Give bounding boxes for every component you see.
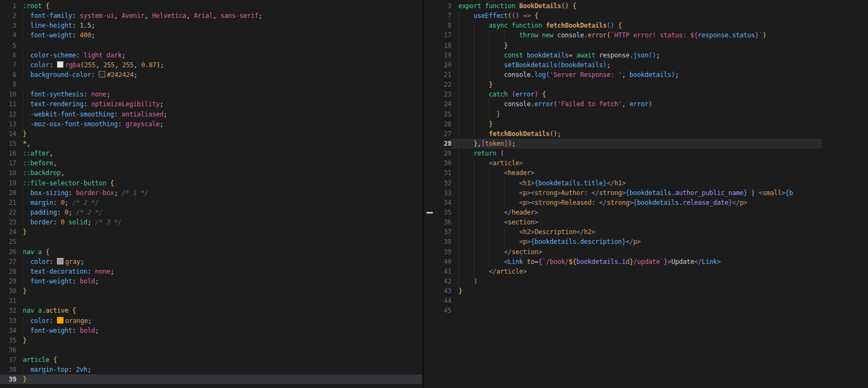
line-number[interactable]: 17 xyxy=(424,30,451,40)
color-swatch[interactable] xyxy=(57,317,63,324)
code-line-26[interactable]: 26nav a { xyxy=(0,247,422,257)
code-line-4[interactable]: 4 font-weight: 400; xyxy=(0,30,422,40)
line-number[interactable]: 9 xyxy=(0,80,16,89)
line-number[interactable]: 24 xyxy=(0,227,16,237)
line-number[interactable]: 38 xyxy=(424,237,451,247)
code-line-14[interactable]: 14} xyxy=(0,129,422,139)
line-number[interactable]: 26 xyxy=(0,247,16,257)
code-line-30[interactable]: 30 <article> xyxy=(424,158,868,168)
line-number[interactable]: 8 xyxy=(424,21,451,30)
line-number[interactable]: 6 xyxy=(0,50,16,60)
code-line-7[interactable]: 7 color: rgba(255, 255, 255, 0.87); xyxy=(0,60,422,70)
line-number[interactable]: 27 xyxy=(424,129,451,139)
line-number[interactable]: 7 xyxy=(424,11,451,21)
code-line-21[interactable]: 21 console.log('Server Response: ', book… xyxy=(424,70,868,80)
line-number[interactable]: 8 xyxy=(0,70,16,80)
code-line-20[interactable]: 20 setBookdetails(bookdetails); xyxy=(424,60,868,70)
code-line-35[interactable]: 35} xyxy=(0,335,422,345)
left-minimap[interactable] xyxy=(368,1,422,388)
editor-pane-css[interactable]: 1:root {2 font-family: system-ui, Avenir… xyxy=(0,0,422,388)
code-line-28[interactable]: 28 text-decoration: none; xyxy=(0,267,422,276)
line-number[interactable]: 12 xyxy=(0,109,16,119)
code-line-30[interactable]: 30} xyxy=(0,286,422,296)
code-line-18[interactable]: 18 } xyxy=(424,41,868,50)
code-line-8[interactable]: 8 async function fetchBookDetails() { xyxy=(424,21,868,30)
line-number[interactable]: 38 xyxy=(0,365,16,374)
color-swatch[interactable] xyxy=(99,71,105,77)
color-swatch[interactable] xyxy=(57,61,63,68)
code-line-39[interactable]: 39 </section> xyxy=(424,247,868,257)
code-line-36[interactable]: 36 xyxy=(0,345,422,355)
line-number[interactable]: 10 xyxy=(0,89,16,99)
code-line-44[interactable]: 44 xyxy=(424,296,868,306)
code-line-19[interactable]: 19::file-selector-button { xyxy=(0,178,422,188)
line-number[interactable]: 19 xyxy=(0,178,16,188)
code-line-32[interactable]: 32nav a.active { xyxy=(0,306,422,315)
line-number[interactable]: 37 xyxy=(0,355,16,365)
line-number[interactable]: 28 xyxy=(424,139,451,148)
code-line-21[interactable]: 21 margin: 0; /* 2 */ xyxy=(0,198,422,208)
line-number[interactable]: 34 xyxy=(424,198,451,208)
line-number[interactable]: 33 xyxy=(0,316,16,326)
line-number[interactable]: 21 xyxy=(424,70,451,80)
code-line-23[interactable]: 23 catch (error) { xyxy=(424,89,868,99)
line-number[interactable]: 17 xyxy=(0,158,16,168)
code-line-45[interactable]: 45 xyxy=(424,306,868,315)
code-line-32[interactable]: 32 <h1>{bookdetails.title}</h1> xyxy=(424,178,868,188)
line-number[interactable]: 7 xyxy=(0,60,16,70)
line-number[interactable]: 42 xyxy=(424,276,451,286)
line-number[interactable]: 34 xyxy=(0,326,16,335)
code-line-1[interactable]: 1:root { xyxy=(0,1,422,11)
code-line-35[interactable]: 35 </header> xyxy=(424,208,868,217)
line-number[interactable]: 21 xyxy=(0,198,16,208)
line-number[interactable]: 23 xyxy=(424,89,451,99)
line-number[interactable]: 14 xyxy=(0,129,16,139)
line-number[interactable]: 22 xyxy=(424,80,451,89)
code-line-25[interactable]: 25 xyxy=(0,237,422,247)
line-number[interactable]: 30 xyxy=(424,158,451,168)
code-line-22[interactable]: 22 padding: 0; /* 2 */ xyxy=(0,208,422,217)
line-number[interactable]: 40 xyxy=(424,257,451,267)
code-line-17[interactable]: 17 throw new console.error(`HTTP error! … xyxy=(424,30,868,40)
line-number[interactable]: 5 xyxy=(0,41,16,50)
code-line-19[interactable]: 19 const bookdetails= await response.jso… xyxy=(424,50,868,60)
code-line-9[interactable]: 9 xyxy=(0,80,422,89)
code-line-33[interactable]: 33 <p><strong>Author: </strong>{bookdeta… xyxy=(424,188,868,198)
code-line-6[interactable]: 6 color-scheme: light dark; xyxy=(0,50,422,60)
line-number[interactable]: 31 xyxy=(424,168,451,178)
code-line-41[interactable]: 41 </article> xyxy=(424,267,868,276)
line-number[interactable]: 44 xyxy=(424,296,451,306)
code-line-22[interactable]: 22 } xyxy=(424,80,868,89)
line-number[interactable]: 25 xyxy=(0,237,16,247)
code-line-17[interactable]: 17::before, xyxy=(0,158,422,168)
line-number[interactable]: 29 xyxy=(424,148,451,158)
line-number[interactable]: 18 xyxy=(0,168,16,178)
line-number[interactable]: 25 xyxy=(424,109,451,119)
line-number[interactable]: 32 xyxy=(424,178,451,188)
code-line-36[interactable]: 36 <section> xyxy=(424,217,868,227)
line-number[interactable]: 16 xyxy=(0,148,16,158)
code-line-13[interactable]: 13 -moz-osx-font-smoothing: grayscale; xyxy=(0,119,422,129)
code-line-11[interactable]: 11 text-rendering: optimizeLegibility; xyxy=(0,99,422,109)
line-number[interactable]: 20 xyxy=(0,188,16,198)
editor-pane-jsx[interactable]: 3export function BookDetails() {7 useEff… xyxy=(424,0,868,388)
code-line-31[interactable]: 31 <header> xyxy=(424,168,868,178)
code-line-37[interactable]: 37 <h2>Description</h2> xyxy=(424,227,868,237)
color-swatch[interactable] xyxy=(57,258,63,264)
line-number[interactable]: 24 xyxy=(424,99,451,109)
code-line-40[interactable]: 40 <Link to={`/book/${bookdetails.id}/up… xyxy=(424,257,868,267)
code-line-8[interactable]: 8 background-color: #242424; xyxy=(0,70,422,80)
code-line-25[interactable]: 25 } xyxy=(424,109,868,119)
line-number[interactable]: 29 xyxy=(0,276,16,286)
line-number[interactable]: 11 xyxy=(0,99,16,109)
code-line-31[interactable]: 31 xyxy=(0,296,422,306)
line-number[interactable]: 33 xyxy=(424,188,451,198)
line-number[interactable]: 20 xyxy=(424,60,451,70)
line-number[interactable]: 37 xyxy=(424,227,451,237)
code-line-5[interactable]: 5 xyxy=(0,41,422,50)
code-line-3[interactable]: 3export function BookDetails() { xyxy=(424,1,868,11)
line-number[interactable]: 39 xyxy=(0,374,16,384)
code-line-39[interactable]: 39} xyxy=(0,374,422,384)
line-number[interactable]: 32 xyxy=(0,306,16,315)
line-number[interactable]: 3 xyxy=(424,1,451,11)
